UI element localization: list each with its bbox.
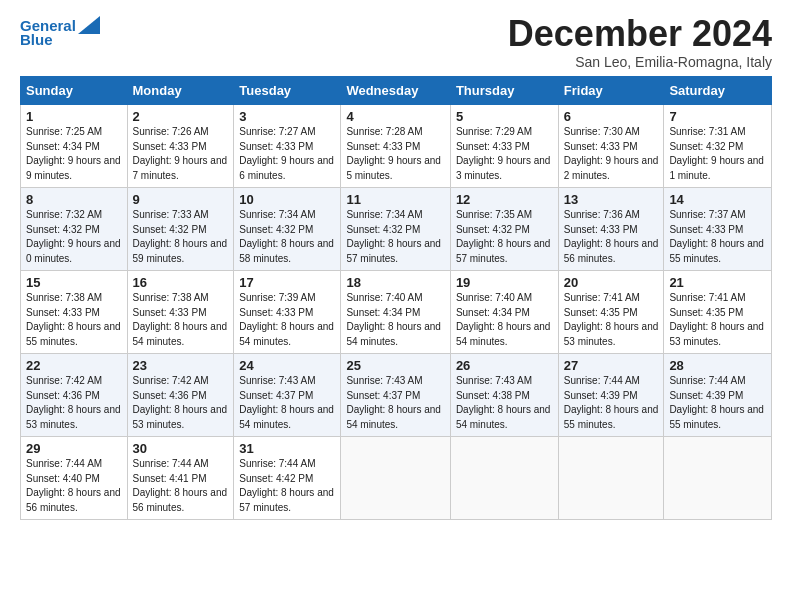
calendar-cell: 28 Sunrise: 7:44 AMSunset: 4:39 PMDaylig…	[664, 354, 772, 437]
day-info: Sunrise: 7:30 AMSunset: 4:33 PMDaylight:…	[564, 126, 659, 181]
day-number: 5	[456, 109, 553, 124]
logo: General Blue	[20, 16, 100, 48]
calendar-cell: 21 Sunrise: 7:41 AMSunset: 4:35 PMDaylig…	[664, 271, 772, 354]
calendar-cell	[664, 437, 772, 520]
calendar-cell	[558, 437, 664, 520]
header-friday: Friday	[558, 77, 664, 105]
calendar-cell: 30 Sunrise: 7:44 AMSunset: 4:41 PMDaylig…	[127, 437, 234, 520]
calendar-cell: 14 Sunrise: 7:37 AMSunset: 4:33 PMDaylig…	[664, 188, 772, 271]
day-number: 7	[669, 109, 766, 124]
day-info: Sunrise: 7:26 AMSunset: 4:33 PMDaylight:…	[133, 126, 228, 181]
day-info: Sunrise: 7:38 AMSunset: 4:33 PMDaylight:…	[26, 292, 121, 347]
day-info: Sunrise: 7:44 AMSunset: 4:39 PMDaylight:…	[564, 375, 659, 430]
day-info: Sunrise: 7:44 AMSunset: 4:41 PMDaylight:…	[133, 458, 228, 513]
day-info: Sunrise: 7:44 AMSunset: 4:40 PMDaylight:…	[26, 458, 121, 513]
calendar-week-row: 15 Sunrise: 7:38 AMSunset: 4:33 PMDaylig…	[21, 271, 772, 354]
day-info: Sunrise: 7:29 AMSunset: 4:33 PMDaylight:…	[456, 126, 551, 181]
calendar-cell	[450, 437, 558, 520]
day-number: 23	[133, 358, 229, 373]
calendar-cell: 27 Sunrise: 7:44 AMSunset: 4:39 PMDaylig…	[558, 354, 664, 437]
day-number: 2	[133, 109, 229, 124]
day-info: Sunrise: 7:40 AMSunset: 4:34 PMDaylight:…	[456, 292, 551, 347]
header: General Blue December 2024 San Leo, Emil…	[20, 16, 772, 70]
day-info: Sunrise: 7:34 AMSunset: 4:32 PMDaylight:…	[346, 209, 441, 264]
day-number: 3	[239, 109, 335, 124]
day-info: Sunrise: 7:31 AMSunset: 4:32 PMDaylight:…	[669, 126, 764, 181]
calendar-week-row: 1 Sunrise: 7:25 AMSunset: 4:34 PMDayligh…	[21, 105, 772, 188]
svg-marker-0	[78, 16, 100, 34]
calendar-table: Sunday Monday Tuesday Wednesday Thursday…	[20, 76, 772, 520]
day-number: 9	[133, 192, 229, 207]
calendar-cell: 20 Sunrise: 7:41 AMSunset: 4:35 PMDaylig…	[558, 271, 664, 354]
day-number: 19	[456, 275, 553, 290]
calendar-week-row: 8 Sunrise: 7:32 AMSunset: 4:32 PMDayligh…	[21, 188, 772, 271]
calendar-cell: 19 Sunrise: 7:40 AMSunset: 4:34 PMDaylig…	[450, 271, 558, 354]
calendar-cell: 15 Sunrise: 7:38 AMSunset: 4:33 PMDaylig…	[21, 271, 128, 354]
day-info: Sunrise: 7:36 AMSunset: 4:33 PMDaylight:…	[564, 209, 659, 264]
header-sunday: Sunday	[21, 77, 128, 105]
logo-bird-icon	[78, 16, 100, 34]
day-info: Sunrise: 7:38 AMSunset: 4:33 PMDaylight:…	[133, 292, 228, 347]
day-number: 30	[133, 441, 229, 456]
day-number: 8	[26, 192, 122, 207]
day-info: Sunrise: 7:41 AMSunset: 4:35 PMDaylight:…	[669, 292, 764, 347]
day-number: 17	[239, 275, 335, 290]
day-number: 28	[669, 358, 766, 373]
day-info: Sunrise: 7:34 AMSunset: 4:32 PMDaylight:…	[239, 209, 334, 264]
title-block: December 2024 San Leo, Emilia-Romagna, I…	[508, 16, 772, 70]
day-info: Sunrise: 7:42 AMSunset: 4:36 PMDaylight:…	[26, 375, 121, 430]
calendar-cell: 29 Sunrise: 7:44 AMSunset: 4:40 PMDaylig…	[21, 437, 128, 520]
header-wednesday: Wednesday	[341, 77, 450, 105]
calendar-cell: 1 Sunrise: 7:25 AMSunset: 4:34 PMDayligh…	[21, 105, 128, 188]
day-number: 14	[669, 192, 766, 207]
day-number: 16	[133, 275, 229, 290]
day-number: 21	[669, 275, 766, 290]
day-number: 18	[346, 275, 444, 290]
day-number: 31	[239, 441, 335, 456]
calendar-cell	[341, 437, 450, 520]
day-info: Sunrise: 7:35 AMSunset: 4:32 PMDaylight:…	[456, 209, 551, 264]
location-subtitle: San Leo, Emilia-Romagna, Italy	[508, 54, 772, 70]
day-number: 22	[26, 358, 122, 373]
day-info: Sunrise: 7:37 AMSunset: 4:33 PMDaylight:…	[669, 209, 764, 264]
calendar-cell: 22 Sunrise: 7:42 AMSunset: 4:36 PMDaylig…	[21, 354, 128, 437]
calendar-cell: 2 Sunrise: 7:26 AMSunset: 4:33 PMDayligh…	[127, 105, 234, 188]
calendar-cell: 17 Sunrise: 7:39 AMSunset: 4:33 PMDaylig…	[234, 271, 341, 354]
day-number: 25	[346, 358, 444, 373]
calendar-cell: 9 Sunrise: 7:33 AMSunset: 4:32 PMDayligh…	[127, 188, 234, 271]
day-number: 10	[239, 192, 335, 207]
day-number: 13	[564, 192, 659, 207]
calendar-week-row: 29 Sunrise: 7:44 AMSunset: 4:40 PMDaylig…	[21, 437, 772, 520]
calendar-cell: 8 Sunrise: 7:32 AMSunset: 4:32 PMDayligh…	[21, 188, 128, 271]
calendar-cell: 6 Sunrise: 7:30 AMSunset: 4:33 PMDayligh…	[558, 105, 664, 188]
day-info: Sunrise: 7:33 AMSunset: 4:32 PMDaylight:…	[133, 209, 228, 264]
day-number: 27	[564, 358, 659, 373]
day-number: 20	[564, 275, 659, 290]
day-number: 1	[26, 109, 122, 124]
day-info: Sunrise: 7:44 AMSunset: 4:42 PMDaylight:…	[239, 458, 334, 513]
calendar-cell: 10 Sunrise: 7:34 AMSunset: 4:32 PMDaylig…	[234, 188, 341, 271]
header-saturday: Saturday	[664, 77, 772, 105]
day-info: Sunrise: 7:41 AMSunset: 4:35 PMDaylight:…	[564, 292, 659, 347]
calendar-cell: 24 Sunrise: 7:43 AMSunset: 4:37 PMDaylig…	[234, 354, 341, 437]
day-info: Sunrise: 7:32 AMSunset: 4:32 PMDaylight:…	[26, 209, 121, 264]
day-number: 4	[346, 109, 444, 124]
calendar-cell: 12 Sunrise: 7:35 AMSunset: 4:32 PMDaylig…	[450, 188, 558, 271]
day-info: Sunrise: 7:40 AMSunset: 4:34 PMDaylight:…	[346, 292, 441, 347]
day-info: Sunrise: 7:27 AMSunset: 4:33 PMDaylight:…	[239, 126, 334, 181]
day-number: 26	[456, 358, 553, 373]
calendar-cell: 31 Sunrise: 7:44 AMSunset: 4:42 PMDaylig…	[234, 437, 341, 520]
day-number: 12	[456, 192, 553, 207]
page: General Blue December 2024 San Leo, Emil…	[0, 0, 792, 612]
logo-blue: Blue	[20, 31, 53, 48]
day-info: Sunrise: 7:43 AMSunset: 4:37 PMDaylight:…	[239, 375, 334, 430]
day-info: Sunrise: 7:43 AMSunset: 4:38 PMDaylight:…	[456, 375, 551, 430]
calendar-cell: 16 Sunrise: 7:38 AMSunset: 4:33 PMDaylig…	[127, 271, 234, 354]
calendar-cell: 4 Sunrise: 7:28 AMSunset: 4:33 PMDayligh…	[341, 105, 450, 188]
calendar-cell: 3 Sunrise: 7:27 AMSunset: 4:33 PMDayligh…	[234, 105, 341, 188]
day-info: Sunrise: 7:44 AMSunset: 4:39 PMDaylight:…	[669, 375, 764, 430]
calendar-cell: 25 Sunrise: 7:43 AMSunset: 4:37 PMDaylig…	[341, 354, 450, 437]
day-number: 24	[239, 358, 335, 373]
calendar-cell: 7 Sunrise: 7:31 AMSunset: 4:32 PMDayligh…	[664, 105, 772, 188]
day-number: 15	[26, 275, 122, 290]
